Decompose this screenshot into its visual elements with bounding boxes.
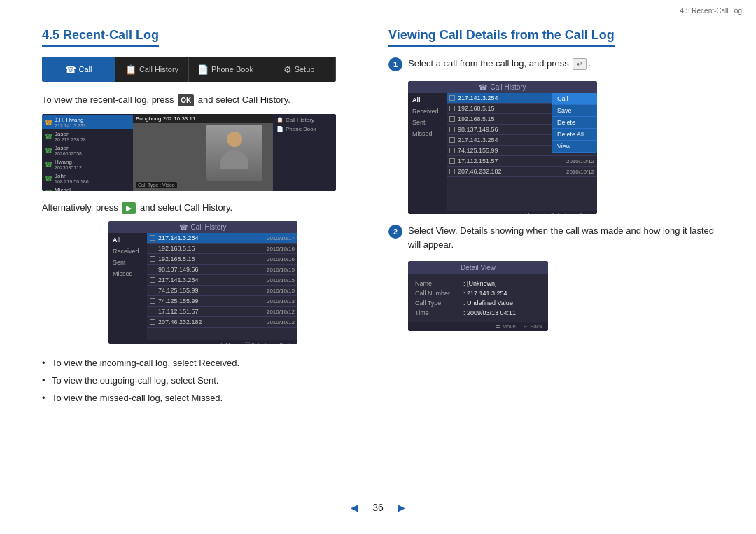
- call-icon: ☎: [65, 64, 76, 75]
- ch-ip-2: 192.168.5.15: [158, 255, 264, 262]
- ch-sidebar-missed[interactable]: Missed: [108, 268, 147, 279]
- ch-checkbox-r-6[interactable]: [449, 158, 455, 164]
- ch-row-r-7[interactable]: 207.46.232.182 2010/10/12: [447, 167, 597, 177]
- ch-sidebar-all-right[interactable]: All: [408, 94, 447, 106]
- ch-checkbox-3[interactable]: [150, 267, 155, 272]
- contact-item-michel[interactable]: ☎ Michel 2026062558: [42, 185, 133, 191]
- ch-ip-5: 74.125.155.99: [158, 287, 264, 294]
- contact-name-jason1: Jason: [55, 131, 86, 137]
- ch-checkbox-7[interactable]: [150, 309, 155, 314]
- dv-label-callnumber: Call Number: [415, 290, 461, 297]
- ch-checkbox-8[interactable]: [150, 319, 155, 325]
- ch-checkbox-r-5[interactable]: [449, 148, 455, 153]
- ch-sidebar-received-right[interactable]: Received: [408, 106, 447, 117]
- ch-checkbox-r-3[interactable]: [449, 127, 455, 132]
- nav-item-setup[interactable]: ⚙ Setup: [262, 57, 336, 82]
- green-button-label: ▶: [122, 202, 136, 214]
- overlay-nav-callhistory[interactable]: 📋 Call History: [274, 115, 335, 125]
- ch-date-5: 2010/10/15: [267, 288, 295, 294]
- ch-checkbox-r-4[interactable]: [449, 137, 455, 143]
- ch-checkbox-r-0[interactable]: [449, 95, 455, 101]
- nav-item-callhistory[interactable]: 📋 Call History: [115, 57, 189, 82]
- nav-label-callhistory: Call History: [139, 65, 178, 73]
- ch-footer-large: ≑ Move ☐ Select ← Back: [108, 340, 298, 344]
- ch-date-8: 2010/10/12: [267, 319, 295, 325]
- ch-body-right: All Received Sent Missed 217.141.3.254 1…: [408, 93, 597, 211]
- overlay-nav-phonebook[interactable]: 📄 Phone Book: [274, 125, 335, 134]
- ch-header-large: ☎ Call History: [108, 221, 298, 233]
- step1-text: Select a call from the call log, and pre…: [408, 57, 591, 71]
- step1-badge: 1: [388, 57, 402, 71]
- phonebook-nav-icon: 📄: [276, 126, 284, 132]
- ch-footer-select-large: ☐ Select: [245, 342, 267, 344]
- ch-checkbox-2[interactable]: [150, 256, 155, 262]
- ch-date-r-6: 2010/10/12: [566, 158, 594, 164]
- ch-checkbox-4[interactable]: [150, 277, 155, 283]
- ch-checkbox-1[interactable]: [150, 246, 155, 251]
- ch-row-1[interactable]: 192.168.5.15 2010/10/16: [147, 244, 298, 254]
- contact-num-john: 168.219.50.186: [55, 179, 89, 184]
- ch-row-5[interactable]: 74.125.155.99 2010/10/15: [147, 286, 298, 296]
- dv-label-name: Name: [415, 280, 461, 287]
- context-item-deleteall[interactable]: Delete All: [552, 129, 597, 141]
- ch-checkbox-r-7[interactable]: [449, 169, 455, 174]
- right-column: Viewing Call Details from the Call Log 1…: [388, 28, 724, 331]
- contact-item-jhwang[interactable]: ☎ J.H. Hwang 217.141.3.233: [42, 115, 133, 129]
- ch-main-right: 217.141.3.254 192.168.5.15 192.168.5.15 …: [447, 93, 597, 211]
- contact-item-hwang[interactable]: ☎ Hwang 2023030112: [42, 157, 133, 171]
- ch-ip-7: 17.112.151.57: [158, 308, 264, 315]
- ch-ip-0: 217.141.3.254: [158, 234, 264, 241]
- ch-row-3[interactable]: 98.137.149.56 2010/10/15: [147, 265, 298, 275]
- ch-row-0[interactable]: 217.141.3.254 2010/10/17: [147, 233, 298, 244]
- ch-ip-r-5: 74.125.155.99: [458, 147, 564, 154]
- ch-checkbox-r-2[interactable]: [449, 116, 455, 122]
- section-title-right: Viewing Call Details from the Call Log: [388, 28, 615, 47]
- context-item-call[interactable]: Call: [552, 93, 597, 105]
- ch-row-6[interactable]: 74.125.155.99 2010/10/13: [147, 296, 298, 307]
- context-item-delete[interactable]: Delete: [552, 117, 597, 129]
- ch-checkbox-5[interactable]: [150, 288, 155, 293]
- bullet-list: To view the incoming-call log, select Re…: [42, 355, 364, 407]
- ch-row-7[interactable]: 17.112.151.57 2010/10/12: [147, 307, 298, 317]
- ch-sidebar-all[interactable]: All: [108, 234, 147, 246]
- dv-footer-back: ← Back: [523, 323, 542, 330]
- nav-item-call[interactable]: ☎ Call: [42, 57, 115, 82]
- contact-item-john[interactable]: ☎ John 168.219.50.186: [42, 171, 133, 185]
- ok-button-label: OK: [178, 94, 194, 106]
- contact-item-jason1[interactable]: ☎ Jason 20.219.238.78: [42, 129, 133, 143]
- ch-date-6: 2010/10/13: [267, 298, 295, 304]
- ch-date-7: 2010/10/12: [267, 309, 295, 315]
- step2-text: Select View. Details showing when the ca…: [408, 224, 724, 251]
- bullet-item-0: To view the incoming-call log, select Re…: [42, 355, 364, 372]
- ch-checkbox-r-1[interactable]: [449, 106, 455, 111]
- ch-sidebar-received[interactable]: Received: [108, 246, 147, 257]
- ch-sidebar-sent-right[interactable]: Sent: [408, 117, 447, 128]
- ch-phone-icon-right: ☎: [479, 83, 487, 91]
- dv-value-callnumber: : 217.141.3.254: [463, 290, 507, 297]
- dv-row-calltype: Call Type : Undefined Value: [415, 298, 541, 308]
- ch-row-8[interactable]: 207.46.232.182 2010/10/12: [147, 317, 298, 328]
- next-page-button[interactable]: ▶: [398, 502, 405, 513]
- bullet-item-2: To view the missed-call log, select Miss…: [42, 390, 364, 407]
- context-menu: Call Save Delete Delete All View: [552, 93, 597, 153]
- ch-phone-icon: ☎: [179, 223, 188, 231]
- context-item-view[interactable]: View: [552, 141, 597, 153]
- nav-label-setup: Setup: [295, 65, 315, 73]
- contact-name-jason2: Jason: [55, 145, 82, 151]
- ch-row-r-6[interactable]: 17.112.151.57 2010/10/12: [447, 156, 597, 167]
- ch-row-4[interactable]: 217.141.3.254 2010/10/15: [147, 275, 298, 286]
- dv-body: Name : [Unknown] Call Number : 217.141.3…: [408, 274, 548, 322]
- nav-item-phonebook[interactable]: 📄 Phone Book: [189, 57, 262, 82]
- page-number: 36: [372, 502, 384, 513]
- ch-row-2[interactable]: 192.168.5.15 2010/10/16: [147, 254, 298, 265]
- videocall-panel: ☎ J.H. Hwang 217.141.3.233 ☎ Jason 20.21…: [42, 114, 336, 191]
- call-history-large: ☎ Call History All Received Sent Missed …: [108, 221, 298, 344]
- contact-num-jason2: 2026062558: [55, 151, 82, 156]
- ch-sidebar-sent[interactable]: Sent: [108, 257, 147, 268]
- context-item-save[interactable]: Save: [552, 105, 597, 117]
- ch-checkbox-0[interactable]: [150, 235, 155, 241]
- ch-checkbox-6[interactable]: [150, 298, 155, 304]
- ch-sidebar-missed-right[interactable]: Missed: [408, 128, 447, 139]
- contact-item-jason2[interactable]: ☎ Jason 2026062558: [42, 143, 133, 157]
- prev-page-button[interactable]: ◀: [351, 502, 358, 513]
